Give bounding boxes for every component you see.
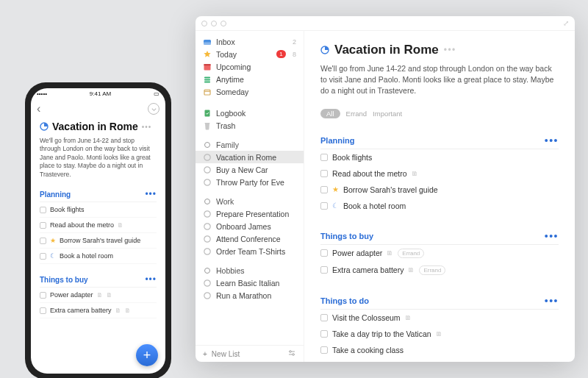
svg-rect-7: [204, 81, 210, 82]
section-header[interactable]: Things to buy•••: [320, 230, 559, 245]
sidebar-item-label: Throw Party for Eve: [216, 178, 284, 187]
section-title: Planning: [40, 190, 71, 199]
task-row[interactable]: Take a cooking class: [320, 342, 559, 358]
checkbox[interactable]: [320, 249, 328, 257]
sidebar-item-label: Run a Marathon: [216, 291, 271, 300]
task-title: Borrow Sarah's travel guide: [60, 237, 140, 244]
back-button[interactable]: ‹: [37, 102, 40, 115]
checkbox[interactable]: [40, 307, 46, 314]
sidebar-item[interactable]: Learn Basic Italian: [196, 277, 304, 289]
phone-project-notes[interactable]: We'll go from June 14-22 and stop throug…: [40, 137, 157, 179]
phone-title-more[interactable]: •••: [142, 123, 152, 131]
tag-chip[interactable]: Errand: [419, 265, 445, 275]
section-header[interactable]: Planning•••: [320, 135, 559, 149]
checkbox[interactable]: [40, 238, 46, 244]
tag-filter[interactable]: Important: [373, 110, 402, 118]
sidebar-item[interactable]: Onboard James: [196, 220, 304, 232]
window-titlebar[interactable]: ⤢: [196, 16, 575, 31]
sidebar-item[interactable]: Vacation in Rome: [196, 151, 304, 163]
sidebar-item-label: Onboard James: [216, 222, 271, 231]
trash-icon: [203, 121, 212, 130]
star-icon: [203, 50, 212, 59]
count: 8: [293, 51, 296, 58]
checkbox[interactable]: [320, 170, 328, 177]
desktop-window: ⤢ Inbox2Today18UpcomingAnytimeSomeday Lo…: [196, 16, 575, 362]
new-list-label[interactable]: New List: [212, 350, 240, 358]
sidebar-item[interactable]: Run a Marathon: [196, 289, 304, 302]
task-row[interactable]: ☾Book a hotel room: [320, 198, 559, 214]
sidebar-item[interactable]: Upcoming: [196, 60, 304, 73]
sidebar-item[interactable]: Order Team T-Shirts: [196, 245, 304, 257]
more-circle-button[interactable]: [148, 103, 159, 115]
sidebar-item[interactable]: Throw Party for Eve: [196, 176, 304, 188]
sidebar-item[interactable]: Anytime: [196, 73, 304, 85]
checkbox[interactable]: [320, 154, 328, 161]
checkbox[interactable]: [40, 253, 46, 260]
note-icon: 🗎: [408, 266, 415, 274]
add-task-fab[interactable]: +: [136, 344, 158, 366]
sidebar-item[interactable]: Someday: [196, 85, 304, 98]
project-title-more[interactable]: •••: [444, 45, 456, 55]
sidebar-item-label: Logbook: [216, 109, 245, 118]
svg-point-17: [204, 210, 210, 216]
new-list-plus[interactable]: +: [203, 350, 207, 358]
sidebar-area-header[interactable]: Family: [196, 139, 304, 151]
traffic-light-close[interactable]: [201, 21, 207, 26]
sidebar-area-header[interactable]: Hobbies: [196, 265, 304, 277]
checkbox[interactable]: [40, 292, 46, 299]
traffic-light-zoom[interactable]: [220, 21, 226, 26]
tag-filter[interactable]: Errand: [346, 110, 368, 118]
section-header[interactable]: Planning•••: [40, 189, 157, 202]
checkbox[interactable]: [320, 330, 328, 338]
sidebar-item[interactable]: Buy a New Car: [196, 163, 304, 176]
tag-chip[interactable]: Errand: [398, 249, 424, 258]
star-icon: ★: [332, 185, 339, 193]
expand-icon[interactable]: ⤢: [563, 19, 569, 27]
sidebar-item[interactable]: Logbook: [196, 107, 304, 119]
checkbox[interactable]: [320, 314, 328, 321]
sidebar-item[interactable]: Attend Conference: [196, 232, 304, 245]
project-notes[interactable]: We'll go from June 14-22 and stop throug…: [320, 63, 559, 97]
task-row[interactable]: Power adapter🗎Errand: [320, 245, 559, 262]
project-icon: [40, 122, 49, 131]
checkbox[interactable]: [320, 202, 328, 210]
task-row[interactable]: ☾Book a hotel room: [40, 249, 157, 264]
checkbox[interactable]: [320, 186, 328, 193]
section-more-button[interactable]: •••: [545, 230, 559, 242]
task-row[interactable]: Book flights: [320, 149, 559, 165]
project-title[interactable]: Vacation in Rome: [334, 43, 439, 57]
section-more-button[interactable]: •••: [145, 274, 157, 285]
checkbox[interactable]: [320, 346, 328, 354]
checkbox[interactable]: [320, 266, 328, 274]
task-row[interactable]: Take a day trip to the Vatican🗎: [320, 326, 559, 342]
tag-filter-bar: AllErrandImportant: [320, 109, 559, 118]
section-more-button[interactable]: •••: [145, 189, 157, 199]
checkbox[interactable]: [40, 222, 46, 229]
task-row[interactable]: Extra camera battery🗎🗎: [40, 303, 157, 318]
task-title: Borrow Sarah's travel guide: [343, 185, 438, 194]
task-row[interactable]: Read about the metro🗎: [320, 165, 559, 182]
svg-point-23: [204, 292, 210, 298]
task-row[interactable]: ★Borrow Sarah's travel guide: [320, 182, 559, 198]
attachment-icon: 🗎: [107, 292, 112, 299]
task-row[interactable]: Power adapter🗎🗎: [40, 288, 157, 303]
task-row[interactable]: Visit the Colosseum🗎: [320, 310, 559, 326]
section-header[interactable]: Things to buy•••: [40, 274, 157, 288]
sidebar-item[interactable]: Inbox2: [196, 35, 304, 48]
section-header[interactable]: Things to do•••: [320, 295, 559, 310]
checkbox[interactable]: [40, 207, 46, 213]
section-more-button[interactable]: •••: [545, 295, 559, 307]
stack-icon: [203, 75, 212, 84]
sidebar-item[interactable]: Prepare Presentation: [196, 207, 304, 220]
tag-filter[interactable]: All: [320, 109, 340, 118]
task-row[interactable]: Read about the metro🗎: [40, 218, 157, 233]
sidebar-item[interactable]: Today18: [196, 48, 304, 60]
sidebar-area-header[interactable]: Work: [196, 196, 304, 207]
section-more-button[interactable]: •••: [545, 135, 559, 146]
sidebar-item[interactable]: Trash: [196, 119, 304, 132]
task-row[interactable]: Extra camera battery🗎Errand: [320, 262, 559, 279]
task-row[interactable]: ★Borrow Sarah's travel guide: [40, 233, 157, 249]
traffic-light-minimize[interactable]: [211, 21, 217, 26]
task-row[interactable]: Book flights: [40, 202, 157, 218]
settings-sliders-icon[interactable]: [287, 349, 296, 358]
